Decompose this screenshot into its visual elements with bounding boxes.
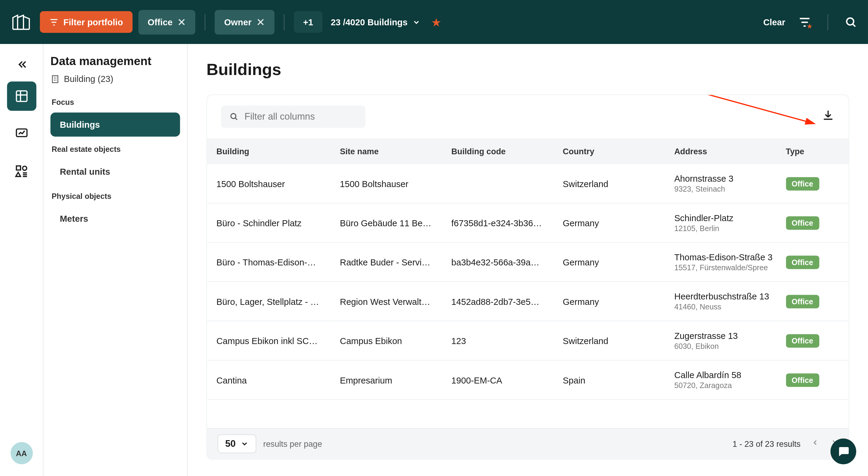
table-row[interactable]: Campus Ebikon inkl SCS EWCCampus Ebikon1… (207, 321, 849, 360)
table-row[interactable]: CantinaEmpresarium1900-EM-CASpainCalle A… (207, 360, 849, 400)
cell-country: Switzerland (553, 164, 665, 203)
cell-address: Calle Albardín 5850720, Zaragoza (665, 360, 776, 400)
cell-code: 1900-EM-CA (442, 360, 553, 400)
close-icon[interactable]: ✕ (177, 16, 186, 29)
count-current: 23 (331, 17, 340, 27)
nav-rental-units[interactable]: Rental units (50, 159, 180, 184)
cell-building: Büro - Thomas-Edison-Straß (207, 243, 331, 282)
type-badge: Office (786, 334, 819, 347)
table-row[interactable]: Büro - Thomas-Edison-StraßRadtke Buder -… (207, 243, 849, 282)
rail-components[interactable] (7, 157, 36, 186)
section-physical: Physical objects (52, 192, 180, 200)
sidepanel-title: Data management (50, 55, 180, 68)
chip-label: Owner (224, 17, 252, 27)
cell-type: Office (776, 360, 849, 400)
cell-country: Germany (553, 243, 665, 282)
cell-address: Heerdterbuschstraße 1341460, Neuss (665, 282, 776, 321)
type-badge: Office (786, 295, 819, 308)
rail-data-grid[interactable] (7, 81, 36, 110)
sidepanel-breadcrumb[interactable]: Building (23) (50, 74, 180, 84)
table-filter-input-wrap[interactable] (221, 105, 366, 128)
filter-portfolio-button[interactable]: Filter portfolio (40, 11, 132, 33)
nav-buildings[interactable]: Buildings (50, 113, 180, 137)
cell-building: Cantina (207, 360, 331, 400)
svg-rect-5 (53, 75, 58, 82)
nav-meters[interactable]: Meters (50, 207, 180, 230)
cell-code: 123 (442, 321, 553, 360)
cell-site: Büro Gebäude 11 Berlin, S (331, 203, 442, 242)
svg-point-0 (846, 18, 854, 25)
sidepanel: Data management Building (23) Focus Buil… (43, 44, 188, 476)
table-row[interactable]: Büro - Schindler PlatzBüro Gebäude 11 Be… (207, 203, 849, 242)
cell-country: Spain (553, 360, 665, 400)
cell-address: Zugerstrasse 136030, Ebikon (665, 321, 776, 360)
filter-portfolio-label: Filter portfolio (63, 17, 123, 27)
chevron-down-icon (412, 18, 421, 26)
col-country[interactable]: Country (553, 138, 665, 164)
count-total: /4020 Buildings (343, 17, 407, 27)
collapse-rail-button[interactable] (7, 56, 36, 73)
more-chip-label: +1 (303, 17, 313, 27)
type-badge: Office (786, 255, 819, 269)
col-address[interactable]: Address (665, 138, 776, 164)
chevron-down-icon (240, 440, 248, 448)
cell-address: Ahornstrasse 39323, Steinach (665, 164, 776, 203)
user-avatar[interactable]: AA (10, 442, 33, 464)
close-icon[interactable]: ✕ (256, 16, 265, 29)
table-row[interactable]: 1500 Boltshauser1500 BoltshauserSwitzerl… (207, 164, 849, 203)
cell-address: Schindler-Platz12105, Berlin (665, 203, 776, 242)
pager-range: 1 - 23 of 23 results (733, 439, 801, 448)
chip-label: Office (148, 17, 173, 27)
cell-site: Radtke Buder - Service Ce (331, 243, 442, 282)
col-code[interactable]: Building code (442, 138, 553, 164)
search-icon[interactable] (844, 16, 858, 29)
cell-building: Büro, Lager, Stellplatz - Heer (207, 282, 331, 321)
rail-dashboard[interactable] (7, 119, 36, 148)
cell-site: Campus Ebikon (331, 321, 442, 360)
cell-code: ba3b4e32-566a-39a9-83 (442, 243, 553, 282)
divider (205, 14, 205, 30)
cell-site: 1500 Boltshauser (331, 164, 442, 203)
type-badge: Office (786, 177, 819, 190)
saved-filters-icon[interactable]: ★ (798, 16, 811, 29)
cell-site: Region West Verwaltungs (331, 282, 442, 321)
cell-building: 1500 Boltshauser (207, 164, 331, 203)
building-count-dropdown[interactable]: 23 /4020 Buildings (331, 17, 421, 27)
topbar: Filter portfolio Office ✕ Owner ✕ +1 23 … (0, 0, 868, 44)
cell-building: Büro - Schindler Platz (207, 203, 331, 242)
left-rail: AA (0, 44, 43, 476)
download-button[interactable] (822, 109, 835, 124)
main-content: Buildings (188, 44, 868, 476)
cell-country: Germany (553, 203, 665, 242)
cell-country: Germany (553, 282, 665, 321)
per-page-select[interactable]: 50 (218, 435, 256, 453)
type-badge: Office (786, 373, 819, 387)
pager-prev[interactable] (811, 439, 819, 449)
divider (828, 14, 828, 30)
table-row[interactable]: Büro, Lager, Stellplatz - HeerRegion Wes… (207, 282, 849, 321)
star-icon[interactable]: ★ (431, 15, 441, 29)
col-building[interactable]: Building (207, 138, 331, 164)
cell-code (442, 164, 553, 203)
search-icon (229, 112, 239, 122)
filter-chip-owner[interactable]: Owner ✕ (215, 10, 275, 34)
clear-button[interactable]: Clear (764, 17, 785, 27)
download-icon (822, 109, 835, 122)
section-focus: Focus (52, 98, 180, 107)
app-logo[interactable] (10, 11, 32, 33)
cell-site: Empresarium (331, 360, 442, 400)
svg-rect-3 (16, 166, 21, 170)
filter-chip-more[interactable]: +1 (294, 11, 323, 33)
cell-type: Office (776, 203, 849, 242)
table-filter-input[interactable] (244, 112, 357, 122)
table-footer: 50 results per page 1 - 23 of 23 results (207, 428, 849, 459)
per-page-label: results per page (263, 439, 322, 448)
col-type[interactable]: Type (776, 138, 849, 164)
section-real-estate: Real estate objects (52, 145, 180, 154)
filter-chip-office[interactable]: Office ✕ (138, 10, 195, 34)
building-icon (50, 74, 60, 84)
chat-fab[interactable] (830, 439, 856, 465)
col-site[interactable]: Site name (331, 138, 442, 164)
buildings-table-card: Building Site name Building code Country… (207, 94, 849, 459)
svg-point-7 (231, 114, 236, 119)
